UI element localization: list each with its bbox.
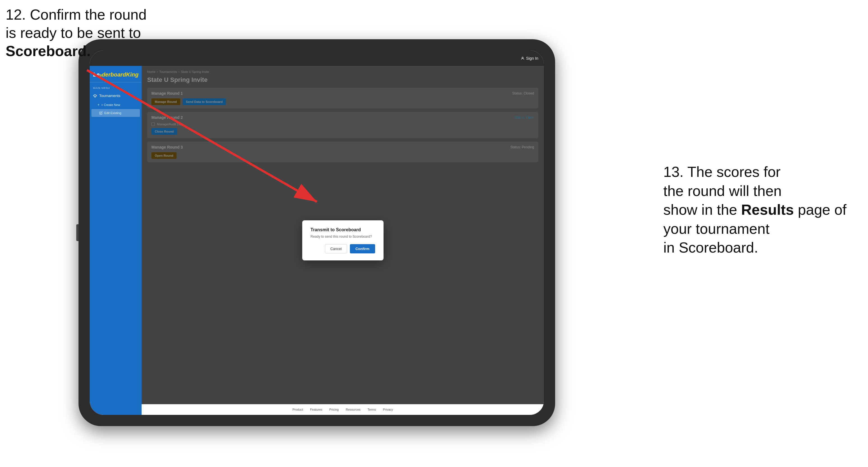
tablet-side-button [76,224,79,241]
annotation-right-line5: your tournament [663,221,770,237]
logo: LeaderboardKing [93,71,138,78]
logo-part3: derboardKing [102,71,138,77]
annotation-top-left: 12. Confirm the round is ready to be sen… [6,6,147,60]
logo-part2: a [99,73,102,77]
transmit-modal: Transmit to Scoreboard Ready to send thi… [302,220,383,260]
create-new-label: + Create New [101,103,120,106]
logo-part1: Le [93,71,99,77]
main-menu-label: MAIN MENU [90,85,142,91]
svg-point-2 [522,57,523,58]
annotation-line1: 12. Confirm the round [6,6,147,23]
tablet-frame: Sign In LeaderboardKing MAIN MENU [79,39,555,426]
annotation-right-line4: page of [798,201,847,218]
footer-product[interactable]: Product [292,408,303,411]
annotation-right: 13. The scores for the round will then s… [663,163,860,257]
top-bar: Sign In [90,51,544,66]
modal-buttons: Cancel Confirm [311,244,375,253]
annotation-right-line3: show in the [663,201,737,218]
footer-terms[interactable]: Terms [368,408,376,411]
sidebar-create-new[interactable]: + + Create New [90,101,142,109]
footer: Product Features Pricing Resources Terms… [142,404,544,415]
plus-icon: + [98,103,99,107]
sign-in-button[interactable]: Sign In [521,56,538,61]
edit-existing-label: Edit Existing [104,111,121,115]
footer-features[interactable]: Features [310,408,322,411]
tablet-screen: Sign In LeaderboardKing MAIN MENU [90,51,544,415]
footer-pricing[interactable]: Pricing [330,408,339,411]
annotation-right-bold: Results [741,201,794,218]
annotation-right-line1: 13. The scores for [663,164,780,180]
annotation-right-line6: in Scoreboard. [663,239,758,256]
sidebar-tournaments-label: Tournaments [99,94,120,98]
sidebar-item-tournaments[interactable]: Tournaments [90,91,142,101]
app-container: Sign In LeaderboardKing MAIN MENU [90,51,544,415]
confirm-button[interactable]: Confirm [350,244,375,253]
main-content: Home › Tournaments › State U Spring Invi… [142,66,544,415]
annotation-bold: Scoreboard. [6,43,91,59]
footer-resources[interactable]: Resources [346,408,361,411]
app-body: LeaderboardKing MAIN MENU Tournaments + … [90,66,544,415]
footer-privacy[interactable]: Privacy [383,408,393,411]
sign-in-label: Sign In [526,56,538,61]
modal-subtitle: Ready to send this round to Scoreboard? [311,235,375,239]
cancel-button[interactable]: Cancel [325,244,347,253]
logo-area: LeaderboardKing [90,69,142,83]
modal-title: Transmit to Scoreboard [311,227,375,232]
trophy-icon [93,94,97,98]
sidebar: LeaderboardKing MAIN MENU Tournaments + … [90,66,142,415]
annotation-line2: is ready to be sent to [6,25,141,41]
annotation-right-line2: the round will then [663,183,782,199]
edit-icon [99,111,103,115]
sidebar-edit-existing[interactable]: Edit Existing [91,109,140,117]
